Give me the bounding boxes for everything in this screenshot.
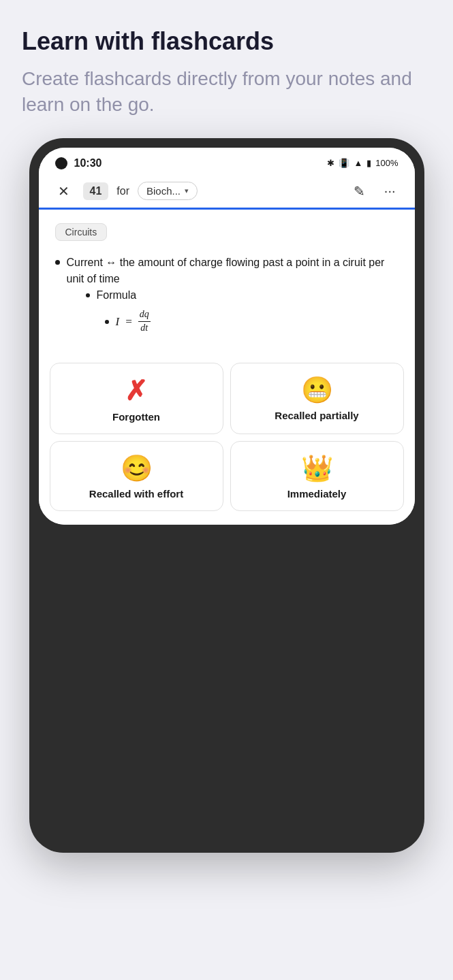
forgotten-button[interactable]: ✗ Forgotten	[50, 363, 223, 434]
phone-frame: 10:30 ✱ 📳 ▲ ▮ 100% ✕ 41 for Bioch... ▾ ✎…	[29, 138, 424, 853]
bullet-content: Current ↔ the amount of charge flowing p…	[67, 257, 385, 284]
content-area: Circuits Current ↔ the amount of charge …	[39, 210, 415, 355]
formula-display: I = dq dt	[116, 309, 151, 334]
sub-bullet-dot	[86, 293, 90, 297]
bullet-dot	[55, 260, 60, 265]
status-time: 10:30	[74, 157, 102, 169]
recalled-effort-label: Recalled with effort	[89, 488, 183, 500]
rating-area: ✗ Forgotten 😬 Recalled partially 😊 Recal…	[39, 355, 415, 525]
vibrate-icon: 📳	[339, 158, 349, 168]
battery-percent: 100%	[375, 158, 398, 168]
hero-section: Learn with flashcards Create flashcards …	[0, 0, 453, 138]
formula-equals: =	[125, 313, 132, 331]
more-button[interactable]: ···	[379, 180, 401, 201]
fraction: dq dt	[138, 309, 151, 334]
sub-bullet-list: Formula I = dq dt	[67, 287, 399, 334]
hero-subtitle: Create flashcards directly from your not…	[22, 66, 431, 118]
status-left: 10:30	[55, 157, 102, 169]
card-count: 41	[83, 182, 109, 200]
edit-button[interactable]: ✎	[348, 180, 371, 202]
formula-i: I	[116, 313, 120, 331]
sub-list-item: Formula	[86, 287, 399, 304]
rating-grid: ✗ Forgotten 😬 Recalled partially 😊 Recal…	[50, 363, 404, 511]
battery-icon: ▮	[366, 158, 371, 168]
immediately-label: Immediately	[287, 488, 347, 500]
sub-bullet-text: Formula	[97, 287, 137, 304]
bullet-list: Current ↔ the amount of charge flowing p…	[55, 255, 399, 334]
fraction-denominator: dt	[139, 322, 149, 334]
forgotten-label: Forgotten	[112, 411, 160, 423]
tag-chip: Circuits	[55, 223, 108, 241]
happy-emoji: 😊	[121, 455, 153, 481]
nav-bar: ✕ 41 for Bioch... ▾ ✎ ···	[39, 175, 415, 210]
formula-dot	[105, 320, 109, 324]
grimace-emoji: 😬	[301, 377, 333, 403]
formula-line: I = dq dt	[86, 309, 399, 334]
signal-icon: ▲	[354, 158, 362, 168]
chevron-down-icon: ▾	[185, 186, 189, 195]
for-label: for	[116, 185, 129, 197]
list-item: Current ↔ the amount of charge flowing p…	[55, 255, 399, 334]
camera-dot	[55, 157, 67, 169]
recalled-partially-button[interactable]: 😬 Recalled partially	[230, 363, 404, 434]
status-icons: ✱ 📳 ▲ ▮ 100%	[327, 158, 398, 168]
phone-screen: 10:30 ✱ 📳 ▲ ▮ 100% ✕ 41 for Bioch... ▾ ✎…	[39, 148, 415, 525]
recalled-partially-label: Recalled partially	[275, 410, 358, 421]
recalled-effort-button[interactable]: 😊 Recalled with effort	[50, 441, 223, 511]
x-icon: ✗	[125, 377, 148, 404]
crown-emoji: 👑	[301, 455, 333, 481]
bluetooth-icon: ✱	[327, 158, 334, 168]
bullet-text: Current ↔ the amount of charge flowing p…	[67, 255, 399, 334]
deck-name: Bioch...	[146, 185, 181, 197]
fraction-numerator: dq	[138, 309, 151, 322]
deck-selector[interactable]: Bioch... ▾	[138, 182, 198, 200]
immediately-button[interactable]: 👑 Immediately	[230, 441, 404, 511]
close-button[interactable]: ✕	[52, 180, 75, 202]
hero-title: Learn with flashcards	[22, 27, 431, 55]
status-bar: 10:30 ✱ 📳 ▲ ▮ 100%	[39, 148, 415, 175]
